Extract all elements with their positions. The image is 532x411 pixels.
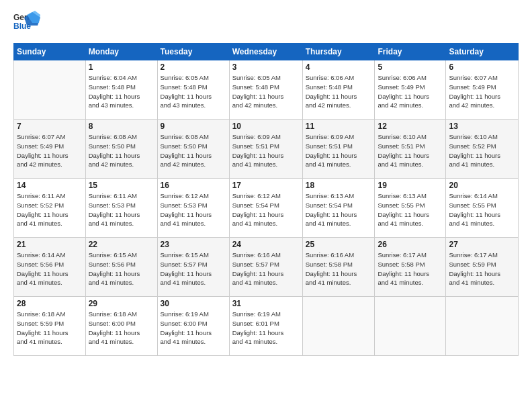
day-info: Sunrise: 6:12 AM Sunset: 5:54 PM Dayligh… [232,191,300,228]
calendar-week-row: 14Sunrise: 6:11 AM Sunset: 5:52 PM Dayli… [14,179,519,238]
day-info: Sunrise: 6:15 AM Sunset: 5:56 PM Dayligh… [89,250,154,287]
calendar-cell: 29Sunrise: 6:18 AM Sunset: 6:00 PM Dayli… [85,297,157,356]
day-info: Sunrise: 6:18 AM Sunset: 5:59 PM Dayligh… [17,310,83,347]
calendar-cell: 25Sunrise: 6:16 AM Sunset: 5:58 PM Dayli… [302,238,375,297]
column-header-thursday: Thursday [302,44,375,60]
day-info: Sunrise: 6:13 AM Sunset: 5:55 PM Dayligh… [378,191,443,228]
calendar-cell [14,60,86,120]
day-info: Sunrise: 6:16 AM Sunset: 5:58 PM Dayligh… [306,250,372,287]
day-number: 24 [232,240,300,249]
calendar-cell: 1Sunrise: 6:04 AM Sunset: 5:48 PM Daylig… [85,60,157,120]
day-number: 4 [306,62,372,72]
column-header-sunday: Sunday [14,44,86,60]
day-number: 30 [161,299,226,308]
calendar-week-row: 1Sunrise: 6:04 AM Sunset: 5:48 PM Daylig… [14,60,519,120]
day-info: Sunrise: 6:19 AM Sunset: 6:00 PM Dayligh… [161,310,226,347]
day-info: Sunrise: 6:09 AM Sunset: 5:51 PM Dayligh… [306,132,372,169]
calendar-cell: 19Sunrise: 6:13 AM Sunset: 5:55 PM Dayli… [375,179,446,238]
calendar-week-row: 7Sunrise: 6:07 AM Sunset: 5:49 PM Daylig… [14,120,519,179]
calendar-cell: 7Sunrise: 6:07 AM Sunset: 5:49 PM Daylig… [14,120,86,179]
day-number: 2 [161,62,226,72]
day-info: Sunrise: 6:07 AM Sunset: 5:49 PM Dayligh… [17,132,83,169]
calendar-week-row: 28Sunrise: 6:18 AM Sunset: 5:59 PM Dayli… [14,297,519,356]
calendar-cell: 21Sunrise: 6:14 AM Sunset: 5:56 PM Dayli… [14,238,86,297]
day-number: 28 [17,299,83,308]
day-info: Sunrise: 6:09 AM Sunset: 5:51 PM Dayligh… [232,132,300,169]
calendar-cell: 12Sunrise: 6:10 AM Sunset: 5:51 PM Dayli… [375,120,446,179]
day-number: 18 [306,181,372,190]
day-info: Sunrise: 6:15 AM Sunset: 5:57 PM Dayligh… [161,250,226,287]
calendar-cell: 6Sunrise: 6:07 AM Sunset: 5:49 PM Daylig… [446,60,519,120]
day-number: 25 [306,240,372,249]
calendar-cell: 23Sunrise: 6:15 AM Sunset: 5:57 PM Dayli… [157,238,229,297]
calendar-cell: 20Sunrise: 6:14 AM Sunset: 5:55 PM Dayli… [446,179,519,238]
day-number: 3 [232,62,300,72]
day-info: Sunrise: 6:04 AM Sunset: 5:48 PM Dayligh… [89,73,154,110]
calendar-cell: 11Sunrise: 6:09 AM Sunset: 5:51 PM Dayli… [302,120,375,179]
day-info: Sunrise: 6:06 AM Sunset: 5:49 PM Dayligh… [378,73,443,110]
day-number: 15 [89,181,154,190]
day-info: Sunrise: 6:16 AM Sunset: 5:57 PM Dayligh… [232,250,300,287]
day-number: 17 [232,181,300,190]
day-info: Sunrise: 6:05 AM Sunset: 5:48 PM Dayligh… [232,73,300,110]
calendar-cell: 10Sunrise: 6:09 AM Sunset: 5:51 PM Dayli… [229,120,302,179]
calendar-cell: 22Sunrise: 6:15 AM Sunset: 5:56 PM Dayli… [85,238,157,297]
day-info: Sunrise: 6:10 AM Sunset: 5:52 PM Dayligh… [449,132,515,169]
calendar-cell [446,297,519,356]
day-number: 7 [17,122,83,131]
calendar-cell: 30Sunrise: 6:19 AM Sunset: 6:00 PM Dayli… [157,297,229,356]
day-info: Sunrise: 6:07 AM Sunset: 5:49 PM Dayligh… [449,73,515,110]
calendar-cell: 27Sunrise: 6:17 AM Sunset: 5:59 PM Dayli… [446,238,519,297]
day-number: 22 [89,240,154,249]
page: Gen Blue SundayMondayTuesdayWednesdayThu… [0,0,532,411]
day-number: 5 [378,62,443,72]
calendar-cell: 4Sunrise: 6:06 AM Sunset: 5:48 PM Daylig… [302,60,375,120]
logo-svg: Gen Blue [13,11,40,36]
calendar-cell: 24Sunrise: 6:16 AM Sunset: 5:57 PM Dayli… [229,238,302,297]
day-number: 12 [378,122,443,131]
day-number: 8 [89,122,154,131]
day-info: Sunrise: 6:18 AM Sunset: 6:00 PM Dayligh… [89,310,154,347]
column-header-friday: Friday [375,44,446,60]
calendar-cell: 15Sunrise: 6:11 AM Sunset: 5:53 PM Dayli… [85,179,157,238]
day-number: 13 [449,122,515,131]
day-number: 14 [17,181,83,190]
calendar-cell: 5Sunrise: 6:06 AM Sunset: 5:49 PM Daylig… [375,60,446,120]
day-info: Sunrise: 6:11 AM Sunset: 5:52 PM Dayligh… [17,191,83,228]
day-number: 9 [161,122,226,131]
calendar-cell: 31Sunrise: 6:19 AM Sunset: 6:01 PM Dayli… [229,297,302,356]
column-header-tuesday: Tuesday [157,44,229,60]
day-info: Sunrise: 6:08 AM Sunset: 5:50 PM Dayligh… [161,132,226,169]
calendar-cell [302,297,375,356]
day-info: Sunrise: 6:17 AM Sunset: 5:58 PM Dayligh… [378,250,443,287]
day-info: Sunrise: 6:17 AM Sunset: 5:59 PM Dayligh… [449,250,515,287]
column-header-monday: Monday [85,44,157,60]
day-info: Sunrise: 6:08 AM Sunset: 5:50 PM Dayligh… [89,132,154,169]
column-header-wednesday: Wednesday [229,44,302,60]
day-number: 6 [449,62,515,72]
calendar-cell: 3Sunrise: 6:05 AM Sunset: 5:48 PM Daylig… [229,60,302,120]
calendar-cell: 18Sunrise: 6:13 AM Sunset: 5:54 PM Dayli… [302,179,375,238]
day-number: 26 [378,240,443,249]
day-info: Sunrise: 6:12 AM Sunset: 5:53 PM Dayligh… [161,191,226,228]
calendar-cell: 13Sunrise: 6:10 AM Sunset: 5:52 PM Dayli… [446,120,519,179]
calendar-header-row: SundayMondayTuesdayWednesdayThursdayFrid… [14,44,519,60]
calendar-cell: 14Sunrise: 6:11 AM Sunset: 5:52 PM Dayli… [14,179,86,238]
logo: Gen Blue [13,11,40,36]
day-info: Sunrise: 6:06 AM Sunset: 5:48 PM Dayligh… [306,73,372,110]
calendar-cell: 16Sunrise: 6:12 AM Sunset: 5:53 PM Dayli… [157,179,229,238]
day-number: 1 [89,62,154,72]
day-number: 29 [89,299,154,308]
calendar-cell: 9Sunrise: 6:08 AM Sunset: 5:50 PM Daylig… [157,120,229,179]
day-info: Sunrise: 6:19 AM Sunset: 6:01 PM Dayligh… [232,310,300,347]
calendar-week-row: 21Sunrise: 6:14 AM Sunset: 5:56 PM Dayli… [14,238,519,297]
calendar-cell: 2Sunrise: 6:05 AM Sunset: 5:48 PM Daylig… [157,60,229,120]
day-info: Sunrise: 6:05 AM Sunset: 5:48 PM Dayligh… [161,73,226,110]
day-number: 19 [378,181,443,190]
day-info: Sunrise: 6:14 AM Sunset: 5:55 PM Dayligh… [449,191,515,228]
day-info: Sunrise: 6:11 AM Sunset: 5:53 PM Dayligh… [89,191,154,228]
day-number: 20 [449,181,515,190]
day-number: 23 [161,240,226,249]
header: Gen Blue [13,11,519,36]
calendar-cell: 17Sunrise: 6:12 AM Sunset: 5:54 PM Dayli… [229,179,302,238]
